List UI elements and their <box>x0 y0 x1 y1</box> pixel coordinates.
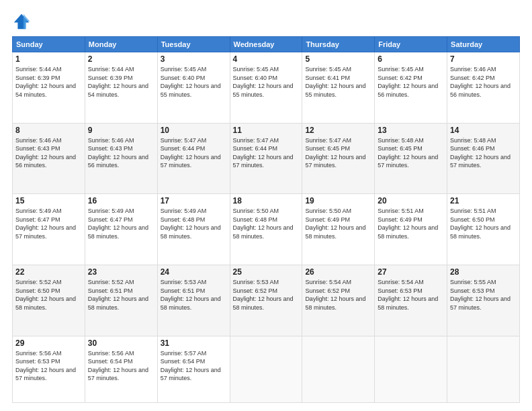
calendar-cell: 5 Sunrise: 5:45 AM Sunset: 6:41 PM Dayli… <box>302 52 375 124</box>
calendar-cell <box>230 336 302 402</box>
day-number: 5 <box>305 54 371 64</box>
day-info: Sunrise: 5:46 AM Sunset: 6:43 PM Dayligh… <box>88 136 154 170</box>
calendar-week-1: 1 Sunrise: 5:44 AM Sunset: 6:39 PM Dayli… <box>13 52 520 124</box>
calendar-cell: 11 Sunrise: 5:47 AM Sunset: 6:44 PM Dayl… <box>230 123 302 194</box>
page: SundayMondayTuesdayWednesdayThursdayFrid… <box>0 0 532 411</box>
calendar-cell: 30 Sunrise: 5:56 AM Sunset: 6:54 PM Dayl… <box>85 336 157 402</box>
calendar-cell: 4 Sunrise: 5:45 AM Sunset: 6:40 PM Dayli… <box>230 52 302 124</box>
day-info: Sunrise: 5:49 AM Sunset: 6:48 PM Dayligh… <box>161 207 227 240</box>
day-number: 22 <box>15 267 82 277</box>
calendar-cell: 31 Sunrise: 5:57 AM Sunset: 6:54 PM Dayl… <box>157 336 230 402</box>
calendar-cell <box>302 336 375 402</box>
day-number: 3 <box>161 54 227 64</box>
day-info: Sunrise: 5:47 AM Sunset: 6:45 PM Dayligh… <box>305 136 371 170</box>
calendar-cell: 15 Sunrise: 5:49 AM Sunset: 6:47 PM Dayl… <box>13 194 85 265</box>
day-number: 15 <box>15 196 82 205</box>
day-number: 27 <box>378 267 444 277</box>
calendar-week-5: 29 Sunrise: 5:56 AM Sunset: 6:53 PM Dayl… <box>13 336 520 402</box>
day-number: 31 <box>161 338 227 348</box>
day-number: 28 <box>450 267 517 277</box>
day-info: Sunrise: 5:47 AM Sunset: 6:44 PM Dayligh… <box>161 136 227 170</box>
day-number: 26 <box>305 267 371 277</box>
day-number: 11 <box>233 126 300 135</box>
calendar-cell: 8 Sunrise: 5:46 AM Sunset: 6:43 PM Dayli… <box>13 123 85 194</box>
day-number: 18 <box>233 196 300 205</box>
calendar-cell: 10 Sunrise: 5:47 AM Sunset: 6:44 PM Dayl… <box>157 123 230 194</box>
calendar-cell: 23 Sunrise: 5:52 AM Sunset: 6:51 PM Dayl… <box>85 265 157 336</box>
day-number: 29 <box>15 338 82 348</box>
calendar-cell: 20 Sunrise: 5:51 AM Sunset: 6:49 PM Dayl… <box>375 194 447 265</box>
day-info: Sunrise: 5:48 AM Sunset: 6:45 PM Dayligh… <box>378 136 444 170</box>
calendar-week-2: 8 Sunrise: 5:46 AM Sunset: 6:43 PM Dayli… <box>13 123 520 194</box>
day-info: Sunrise: 5:45 AM Sunset: 6:40 PM Dayligh… <box>161 65 227 99</box>
day-info: Sunrise: 5:54 AM Sunset: 6:53 PM Dayligh… <box>378 278 444 312</box>
weekday-header-tuesday: Tuesday <box>157 37 230 52</box>
day-number: 12 <box>305 126 371 135</box>
calendar-cell: 1 Sunrise: 5:44 AM Sunset: 6:39 PM Dayli… <box>13 52 85 124</box>
day-info: Sunrise: 5:48 AM Sunset: 6:46 PM Dayligh… <box>450 136 517 170</box>
day-number: 8 <box>15 126 82 135</box>
logo <box>12 12 34 31</box>
day-info: Sunrise: 5:44 AM Sunset: 6:39 PM Dayligh… <box>15 65 82 99</box>
day-info: Sunrise: 5:46 AM Sunset: 6:43 PM Dayligh… <box>15 136 82 170</box>
calendar-cell: 24 Sunrise: 5:53 AM Sunset: 6:51 PM Dayl… <box>157 265 230 336</box>
day-number: 16 <box>88 196 154 205</box>
day-info: Sunrise: 5:56 AM Sunset: 6:54 PM Dayligh… <box>88 349 154 383</box>
day-number: 25 <box>233 267 300 277</box>
calendar-cell: 29 Sunrise: 5:56 AM Sunset: 6:53 PM Dayl… <box>13 336 85 402</box>
weekday-header-monday: Monday <box>85 37 157 52</box>
weekday-header-saturday: Saturday <box>447 37 520 52</box>
day-info: Sunrise: 5:47 AM Sunset: 6:44 PM Dayligh… <box>233 136 300 170</box>
calendar-cell: 17 Sunrise: 5:49 AM Sunset: 6:48 PM Dayl… <box>157 194 230 265</box>
day-number: 4 <box>233 54 300 64</box>
calendar-cell: 21 Sunrise: 5:51 AM Sunset: 6:50 PM Dayl… <box>447 194 520 265</box>
day-info: Sunrise: 5:51 AM Sunset: 6:49 PM Dayligh… <box>378 207 444 240</box>
calendar-cell: 26 Sunrise: 5:54 AM Sunset: 6:52 PM Dayl… <box>302 265 375 336</box>
day-number: 30 <box>88 338 154 348</box>
day-number: 9 <box>88 126 154 135</box>
day-info: Sunrise: 5:51 AM Sunset: 6:50 PM Dayligh… <box>450 207 517 240</box>
day-info: Sunrise: 5:49 AM Sunset: 6:47 PM Dayligh… <box>15 207 82 240</box>
weekday-header-sunday: Sunday <box>13 37 85 52</box>
calendar-cell: 27 Sunrise: 5:54 AM Sunset: 6:53 PM Dayl… <box>375 265 447 336</box>
calendar-cell: 19 Sunrise: 5:50 AM Sunset: 6:49 PM Dayl… <box>302 194 375 265</box>
calendar-cell <box>447 336 520 402</box>
day-info: Sunrise: 5:46 AM Sunset: 6:42 PM Dayligh… <box>450 65 517 99</box>
calendar-week-3: 15 Sunrise: 5:49 AM Sunset: 6:47 PM Dayl… <box>13 194 520 265</box>
calendar-cell: 3 Sunrise: 5:45 AM Sunset: 6:40 PM Dayli… <box>157 52 230 124</box>
day-number: 6 <box>378 54 444 64</box>
day-number: 13 <box>378 126 444 135</box>
weekday-header-thursday: Thursday <box>302 37 375 52</box>
weekday-header-row: SundayMondayTuesdayWednesdayThursdayFrid… <box>13 37 520 52</box>
svg-marker-1 <box>24 14 30 29</box>
weekday-header-wednesday: Wednesday <box>230 37 302 52</box>
day-info: Sunrise: 5:52 AM Sunset: 6:51 PM Dayligh… <box>88 278 154 312</box>
day-info: Sunrise: 5:56 AM Sunset: 6:53 PM Dayligh… <box>15 349 82 383</box>
day-number: 14 <box>450 126 517 135</box>
calendar-cell: 28 Sunrise: 5:55 AM Sunset: 6:53 PM Dayl… <box>447 265 520 336</box>
day-info: Sunrise: 5:45 AM Sunset: 6:41 PM Dayligh… <box>305 65 371 99</box>
header <box>12 12 520 31</box>
logo-icon <box>12 12 31 31</box>
day-number: 17 <box>161 196 227 205</box>
day-info: Sunrise: 5:52 AM Sunset: 6:50 PM Dayligh… <box>15 278 82 312</box>
day-number: 10 <box>161 126 227 135</box>
day-info: Sunrise: 5:50 AM Sunset: 6:49 PM Dayligh… <box>305 207 371 240</box>
calendar-cell: 7 Sunrise: 5:46 AM Sunset: 6:42 PM Dayli… <box>447 52 520 124</box>
day-number: 19 <box>305 196 371 205</box>
calendar-table: SundayMondayTuesdayWednesdayThursdayFrid… <box>12 36 520 403</box>
day-info: Sunrise: 5:53 AM Sunset: 6:51 PM Dayligh… <box>161 278 227 312</box>
day-info: Sunrise: 5:44 AM Sunset: 6:39 PM Dayligh… <box>88 65 154 99</box>
calendar-cell: 14 Sunrise: 5:48 AM Sunset: 6:46 PM Dayl… <box>447 123 520 194</box>
calendar-cell: 12 Sunrise: 5:47 AM Sunset: 6:45 PM Dayl… <box>302 123 375 194</box>
calendar-cell: 22 Sunrise: 5:52 AM Sunset: 6:50 PM Dayl… <box>13 265 85 336</box>
calendar-cell: 13 Sunrise: 5:48 AM Sunset: 6:45 PM Dayl… <box>375 123 447 194</box>
day-info: Sunrise: 5:55 AM Sunset: 6:53 PM Dayligh… <box>450 278 517 312</box>
day-info: Sunrise: 5:50 AM Sunset: 6:48 PM Dayligh… <box>233 207 300 240</box>
day-number: 21 <box>450 196 517 205</box>
day-number: 1 <box>15 54 82 64</box>
day-info: Sunrise: 5:54 AM Sunset: 6:52 PM Dayligh… <box>305 278 371 312</box>
calendar-cell: 18 Sunrise: 5:50 AM Sunset: 6:48 PM Dayl… <box>230 194 302 265</box>
day-info: Sunrise: 5:57 AM Sunset: 6:54 PM Dayligh… <box>161 349 227 383</box>
day-info: Sunrise: 5:45 AM Sunset: 6:42 PM Dayligh… <box>378 65 444 99</box>
